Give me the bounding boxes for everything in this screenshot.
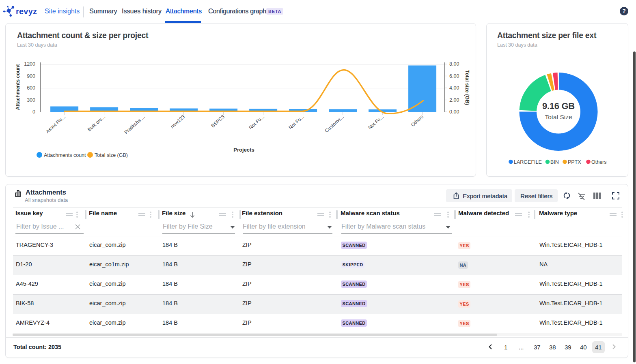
svg-text:Pratiksha ...: Pratiksha ... <box>123 114 146 135</box>
svg-text:BIN: BIN <box>550 159 559 165</box>
svg-text:4.00: 4.00 <box>449 85 459 91</box>
svg-text:600: 600 <box>27 85 35 91</box>
svg-text:Others: Others <box>591 159 607 165</box>
svg-text:0.00: 0.00 <box>449 109 459 115</box>
svg-text:9.16 GB: 9.16 GB <box>542 101 575 111</box>
svg-text:0: 0 <box>32 109 35 115</box>
svg-text:Not Fo...: Not Fo... <box>287 114 305 131</box>
svg-text:6.00: 6.00 <box>449 73 459 79</box>
svg-text:Others: Others <box>410 114 425 128</box>
svg-text:Custome...: Custome... <box>324 114 345 134</box>
svg-text:Not Fo...: Not Fo... <box>248 114 265 131</box>
svg-text:Total size (GB): Total size (GB) <box>95 152 128 158</box>
svg-text:Projects: Projects <box>233 147 254 153</box>
svg-text:Total size (GB): Total size (GB) <box>464 70 470 105</box>
svg-text:Bulk cre...: Bulk cre... <box>86 114 106 133</box>
svg-text:LARGEFILE: LARGEFILE <box>514 159 542 165</box>
svg-text:Attachments count: Attachments count <box>15 64 21 110</box>
svg-text:BSPC3: BSPC3 <box>210 114 226 129</box>
svg-text:Total Size: Total Size <box>545 113 572 120</box>
svg-text:300: 300 <box>27 97 35 103</box>
svg-text:Not Fo...: Not Fo... <box>367 114 385 131</box>
svg-text:8.00: 8.00 <box>449 61 459 67</box>
svg-text:new123: new123 <box>169 114 186 130</box>
svg-text:1200: 1200 <box>24 61 35 67</box>
svg-text:PPTX: PPTX <box>568 159 581 165</box>
svg-text:900: 900 <box>27 73 35 79</box>
svg-text:Asset Fie...: Asset Fie... <box>45 114 67 135</box>
svg-text:Attachments count: Attachments count <box>44 152 86 158</box>
svg-text:2.00: 2.00 <box>449 97 459 103</box>
